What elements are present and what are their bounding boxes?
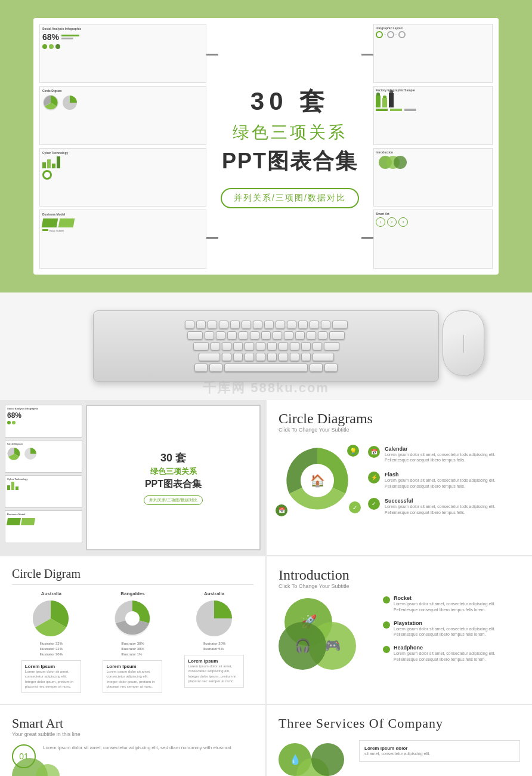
key [310, 321, 319, 329]
cd-item1-title: Calendar [385, 446, 520, 452]
thumb-cyber-tech[interactable]: Cyber Technology [39, 148, 206, 207]
key [267, 342, 277, 350]
thumb-introduction[interactable]: Introduction [373, 148, 493, 207]
svg-text:🏠: 🏠 [310, 473, 325, 488]
key [264, 321, 274, 329]
intro-item3-title: Headphone [394, 645, 520, 651]
pie3-label: Australia [204, 591, 224, 596]
key [295, 331, 305, 340]
key-alt-r [310, 364, 323, 372]
key-ctrl-r [324, 364, 338, 372]
key [208, 321, 217, 329]
mouse-line [463, 335, 464, 353]
keyboard-section [0, 292, 532, 400]
key [313, 342, 322, 350]
intro-item2-title: Playstation [394, 620, 520, 626]
key [256, 342, 265, 350]
hero-section: Social Analysis Infographic 68% Circle D… [0, 0, 532, 292]
smart-art-title: Smart Art [12, 716, 253, 731]
intro-item2-desc: Lorem ipsum dolor sit amet, consectetur … [394, 626, 520, 638]
key [227, 331, 237, 340]
key [287, 321, 296, 329]
cd-item2-desc: Lorem ipsum dolor sit amet, consectetur … [385, 478, 520, 489]
thumb-business-model[interactable]: Business Model Basic Subtitle [39, 210, 206, 269]
pie1-label: Australia [41, 591, 61, 596]
panel-circle-digram: Circle Digram Australia Illustrator 32%I… [0, 556, 265, 704]
cd-item3-desc: Lorem ipsum dolor sit amet, consectetur … [385, 504, 520, 516]
key [321, 321, 330, 329]
intro-title: Introduction [279, 567, 520, 583]
slides-grid: Social Analysis Infographic 68% Circle D… [0, 400, 532, 776]
key [267, 353, 277, 361]
key [185, 321, 194, 329]
key [205, 331, 214, 340]
key [273, 331, 282, 340]
pie2-box-desc: Lorem ipsum dolor sit amet, consectetur … [106, 669, 159, 689]
key [276, 321, 285, 329]
key [242, 321, 251, 329]
key-row-5 [194, 364, 338, 372]
intro-subtitle: Click To Change Your Subtitle [279, 583, 520, 589]
key [307, 331, 316, 340]
thumb-social-analysis[interactable]: Social Analysis Infographic 68% [39, 24, 206, 83]
panel-three-services: Three Services Of Company 💧 Lorem ipsum … [267, 705, 532, 776]
key-enter [329, 331, 345, 340]
center-title-zh: 绿色三项关系 [233, 121, 347, 144]
smart-art-subtitle: Your great subtitle in this line [12, 731, 253, 737]
thumb-circle-digram[interactable]: Circle Digram [39, 86, 206, 145]
key [301, 342, 311, 350]
hero-left-thumbs: Social Analysis Infographic 68% Circle D… [39, 24, 206, 269]
key [196, 321, 206, 329]
center-badge: 并列关系/三项图/数据对比 [221, 188, 359, 208]
circle-diagrams-title: Circle Diagrams [279, 411, 520, 427]
keyboard-image [93, 310, 439, 382]
cd-item2-title: Flash [385, 472, 520, 478]
key [279, 353, 288, 361]
pie1-box-desc: Lorem ipsum dolor sit amet, consectetur … [25, 669, 78, 689]
keyboard-body [93, 310, 439, 382]
cover-zh: 绿色三项关系 [150, 466, 197, 477]
pie2-box-title: Lorem Ipsum [106, 664, 159, 669]
circle-digram-title: Circle Digram [12, 567, 253, 581]
thumb-infographic-layout[interactable]: Infographic Layout [373, 24, 493, 83]
key [216, 331, 225, 340]
cover-badge: 并列关系/三项图/数据对比 [144, 495, 203, 505]
panel-circle-diagrams: Circle Diagrams Click To Change Your Sub… [267, 400, 532, 555]
key [261, 331, 271, 340]
hero-inner-frame: Social Analysis Infographic 68% Circle D… [33, 18, 499, 275]
key [219, 321, 228, 329]
thumb-smart-art[interactable]: Smart Art 1 2 3 [373, 210, 493, 269]
key [279, 342, 288, 350]
key [298, 321, 308, 329]
key [233, 353, 243, 361]
key [290, 342, 299, 350]
key [301, 353, 311, 361]
hero-center: 30 套 绿色三项关系 PPT图表合集 并列关系/三项图/数据对比 [206, 24, 373, 269]
key-caps [193, 342, 209, 350]
service-box-desc: sit amet, consectetur adipiscing elit. [364, 751, 515, 757]
key [222, 353, 231, 361]
key-tab [187, 331, 203, 340]
key [253, 321, 262, 329]
key-row-1 [185, 321, 348, 329]
pie3-box-title: Lorem Ipsum [188, 658, 240, 664]
intro-item1-desc: Lorem ipsum dolor sit amet, consectetur … [394, 601, 520, 613]
center-title-ppt: PPT图表合集 [222, 147, 358, 176]
intro-item3-desc: Lorem ipsum dolor sit amet, consectetur … [394, 651, 520, 663]
key-space [224, 364, 308, 372]
cd-item1-desc: Lorem ipsum dolor sit amet, consectetur … [385, 452, 520, 464]
key [233, 342, 243, 350]
panel-cover-preview: Social Analysis Infographic 68% Circle D… [0, 400, 265, 555]
pie2-label: Bangaldes [120, 591, 144, 596]
key-ctrl-l [194, 364, 208, 372]
key [290, 353, 299, 361]
thumb-factory-infographic[interactable]: Factory Infographic Sample [373, 86, 493, 145]
key [245, 342, 254, 350]
circle-diagrams-subtitle: Click To Change Your Subtitle [279, 427, 520, 433]
svg-point-5 [125, 611, 140, 626]
center-title-num: 30 套 [250, 85, 329, 118]
key [222, 342, 231, 350]
key [250, 331, 259, 340]
pie3-box-desc: Lorem ipsum dolor sit amet, consectetur … [188, 664, 240, 684]
key-shift-r [313, 353, 334, 361]
